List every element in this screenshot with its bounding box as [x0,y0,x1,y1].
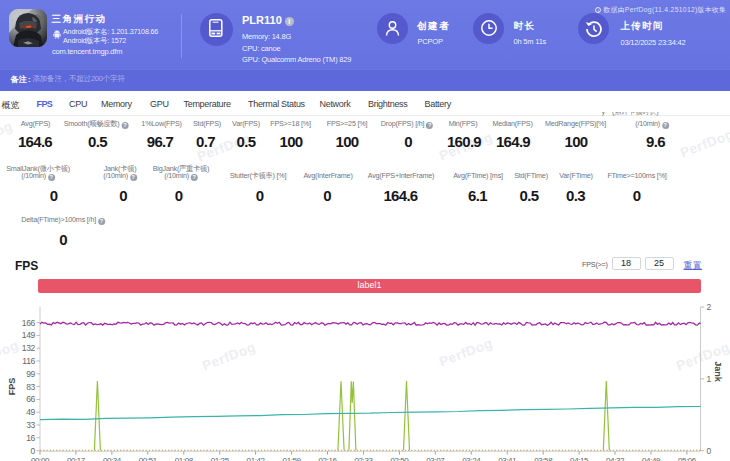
svg-text:99: 99 [26,369,35,379]
svg-text:166: 166 [22,318,36,328]
svg-text:03:41: 03:41 [498,456,517,461]
svg-text:Jank: Jank [713,361,723,383]
svg-text:02:50: 02:50 [390,456,409,461]
svg-text:00:34: 00:34 [103,456,122,461]
svg-text:0: 0 [707,446,712,456]
svg-text:01:25: 01:25 [211,456,230,461]
svg-text:03:58: 03:58 [534,456,553,461]
svg-text:04:32: 04:32 [606,456,625,461]
svg-text:49: 49 [26,407,35,417]
svg-text:66: 66 [26,394,35,404]
svg-text:02:16: 02:16 [318,456,337,461]
svg-text:16: 16 [26,433,35,443]
svg-text:03:24: 03:24 [462,456,481,461]
svg-text:83: 83 [26,382,35,392]
svg-text:01:42: 01:42 [247,456,266,461]
svg-text:01:59: 01:59 [283,456,302,461]
svg-text:05:06: 05:06 [678,456,697,461]
svg-text:02:33: 02:33 [354,456,373,461]
svg-text:03:07: 03:07 [426,456,445,461]
svg-text:0: 0 [31,446,36,456]
svg-text:2: 2 [707,302,712,312]
svg-text:132: 132 [22,343,36,353]
svg-text:1: 1 [707,374,712,384]
svg-text:33: 33 [26,420,35,430]
svg-text:04:15: 04:15 [570,456,589,461]
svg-text:00:51: 00:51 [139,456,158,461]
svg-text:116: 116 [22,356,35,366]
svg-text:149: 149 [22,330,36,340]
svg-text:00:00: 00:00 [31,456,50,461]
svg-text:04:49: 04:49 [642,456,661,461]
svg-text:01:08: 01:08 [175,456,194,461]
svg-text:FPS: FPS [7,378,17,396]
svg-text:00:17: 00:17 [67,456,86,461]
